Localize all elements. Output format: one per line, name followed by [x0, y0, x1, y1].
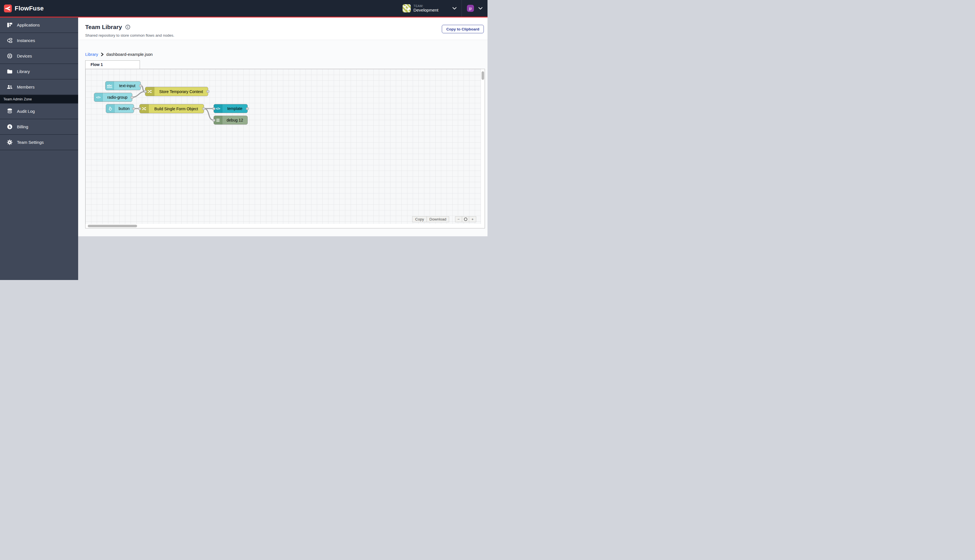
hand-pointer-icon	[106, 104, 115, 113]
sidebar-item-label: Team Settings	[17, 140, 44, 145]
sidebar-item-label: Instances	[17, 38, 35, 43]
horizontal-scrollbar[interactable]	[88, 225, 137, 227]
flow-canvas[interactable]: abc text-input </> radio-group	[85, 69, 485, 228]
input-port[interactable]	[144, 90, 147, 93]
breadcrumb-current-file: dashboard-example.json	[106, 52, 153, 57]
copy-to-clipboard-button[interactable]: Copy to Clipboard	[442, 25, 484, 33]
sidebar-item-instances[interactable]: Instances	[0, 33, 78, 48]
vertical-scrollbar[interactable]	[482, 71, 484, 80]
audit-log-icon	[7, 108, 13, 114]
top-navbar: FlowFuse TEAM: Development jp	[0, 0, 488, 17]
team-name: Development	[414, 8, 438, 12]
applications-icon	[7, 22, 13, 28]
team-selector[interactable]: TEAM: Development	[398, 0, 462, 17]
sidebar-item-audit-log[interactable]: Audit Log	[0, 104, 78, 119]
page-subtitle: Shared repository to store common flows …	[85, 33, 174, 38]
flow-node-text-input[interactable]: abc text-input	[105, 81, 141, 90]
flow-node-radio-group[interactable]: </> radio-group	[94, 93, 132, 102]
flow-node-template[interactable]: </> template	[214, 104, 248, 113]
flow-node-debug-12[interactable]: debug 12	[214, 116, 248, 125]
input-port[interactable]	[212, 119, 215, 122]
output-port[interactable]	[130, 96, 134, 99]
settings-icon	[7, 139, 13, 145]
output-port[interactable]	[132, 107, 135, 110]
sidebar: Applications Instances Devices Library	[0, 17, 78, 280]
code-icon: </>	[94, 93, 103, 102]
sidebar-item-library[interactable]: Library	[0, 64, 78, 80]
flow-node-store-temporary-context[interactable]: Store Temporary Context	[145, 87, 208, 96]
input-port[interactable]	[138, 107, 141, 110]
team-avatar	[402, 4, 411, 12]
main-content: Team Library Shared repository to store …	[78, 17, 488, 280]
user-menu[interactable]: jp	[462, 0, 488, 17]
svg-text:$: $	[9, 125, 11, 129]
sidebar-item-applications[interactable]: Applications	[0, 17, 78, 33]
chevron-down-icon	[479, 7, 482, 10]
output-port[interactable]	[207, 90, 209, 93]
instances-icon	[7, 38, 13, 43]
canvas-zoom-controls: − +	[455, 216, 476, 222]
members-icon	[7, 84, 13, 90]
sidebar-item-label: Applications	[17, 23, 40, 27]
team-admin-zone-header: Team Admin Zone	[0, 95, 78, 104]
app-window: FlowFuse TEAM: Development jp Ap	[0, 0, 488, 280]
zoom-out-button[interactable]: −	[455, 216, 462, 222]
page-header: Team Library Shared repository to store …	[78, 17, 488, 40]
devices-icon	[7, 53, 13, 59]
breadcrumb: Library dashboard-example.json	[85, 52, 153, 57]
canvas-export-buttons: Copy Download	[412, 216, 449, 222]
sidebar-item-label: Library	[17, 69, 30, 74]
output-port[interactable]	[246, 107, 249, 110]
library-icon	[7, 68, 13, 75]
page-background-band	[78, 236, 488, 280]
sidebar-item-label: Audit Log	[17, 109, 35, 113]
flowfuse-logo-icon	[4, 5, 12, 12]
chevron-right-icon	[101, 53, 104, 56]
info-icon[interactable]	[125, 25, 130, 30]
canvas-download-button[interactable]: Download	[427, 216, 449, 222]
chevron-down-icon	[452, 7, 456, 10]
flow-grid: abc text-input </> radio-group	[85, 69, 481, 224]
sidebar-item-team-settings[interactable]: Team Settings	[0, 135, 78, 150]
flow-tab[interactable]: Flow 1	[85, 60, 140, 69]
flow-node-build-single-form-object[interactable]: Build Single Form Object	[139, 104, 204, 113]
abc-icon: abc	[105, 82, 114, 90]
user-avatar: jp	[467, 5, 474, 12]
canvas-copy-button[interactable]: Copy	[412, 216, 427, 222]
zoom-reset-button[interactable]	[462, 216, 469, 222]
zoom-in-button[interactable]: +	[469, 216, 476, 222]
input-port[interactable]	[212, 107, 215, 110]
breadcrumb-library-link[interactable]: Library	[85, 52, 98, 57]
brand-name: FlowFuse	[15, 5, 44, 12]
sidebar-item-devices[interactable]: Devices	[0, 48, 78, 64]
sidebar-item-billing[interactable]: $ Billing	[0, 119, 78, 135]
flow-node-button[interactable]: button	[106, 104, 134, 113]
page-title: Team Library	[85, 24, 122, 30]
team-label: TEAM:	[414, 4, 438, 8]
sidebar-item-label: Billing	[17, 124, 28, 129]
flowfuse-logo[interactable]: FlowFuse	[0, 5, 44, 12]
billing-icon: $	[7, 124, 13, 130]
sidebar-item-members[interactable]: Members	[0, 80, 78, 95]
output-port[interactable]	[202, 107, 205, 110]
zoom-reset-icon	[464, 217, 467, 221]
sidebar-item-label: Devices	[17, 53, 32, 58]
output-port[interactable]	[139, 85, 142, 87]
sidebar-item-label: Members	[17, 85, 35, 89]
